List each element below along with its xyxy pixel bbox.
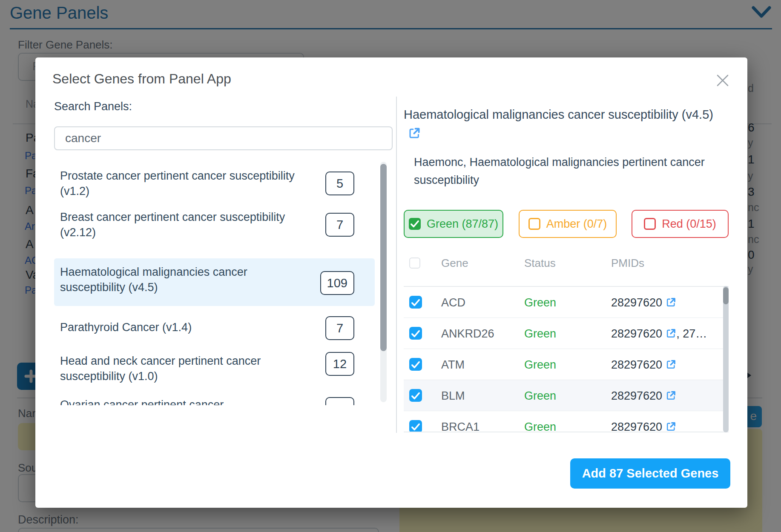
gene-table-scrollbar-thumb[interactable]: [723, 287, 729, 304]
panel-list-item[interactable]: Breast cancer pertinent cancer susceptib…: [54, 209, 375, 240]
gene-table-row[interactable]: BLM Green 28297620: [404, 380, 729, 411]
gene-name: ATM: [441, 358, 465, 372]
row-checkbox-checked[interactable]: [409, 296, 422, 309]
gene-count-badge: 7: [325, 316, 354, 340]
gene-table: ACD Green 28297620 ANKRD26 Green 2829762…: [404, 286, 729, 432]
pmid-extra: , 27…: [676, 327, 707, 340]
panel-name: Parathyroid Cancer (v1.4): [60, 320, 316, 335]
external-link-icon[interactable]: [666, 328, 676, 342]
pmid-value: 28297620: [611, 420, 662, 432]
row-checkbox-checked[interactable]: [409, 327, 422, 340]
column-header-gene: Gene: [441, 257, 468, 270]
panel-list-item[interactable]: Head and neck cancer pertinent cancer su…: [54, 347, 375, 384]
checkbox-empty-icon: [644, 218, 656, 230]
panel-list: Prostate cancer pertinent cancer suscept…: [54, 160, 387, 405]
gene-count-badge: 12: [325, 352, 354, 376]
pmid-value: 28297620: [611, 358, 662, 371]
filter-green-label: Green (87/87): [427, 217, 498, 231]
panel-list-scrollbar-thumb[interactable]: [380, 164, 387, 351]
column-header-pmids: PMIDs: [611, 257, 644, 270]
external-link-icon[interactable]: [666, 297, 676, 311]
gene-status: Green: [524, 358, 556, 372]
row-checkbox-checked[interactable]: [409, 358, 422, 371]
panel-list-item[interactable]: Prostate cancer pertinent cancer suscept…: [54, 168, 375, 199]
checkbox-empty-icon: [528, 218, 540, 230]
panel-name: Ovarian cancer pertinent cancer: [60, 397, 316, 405]
external-link-icon[interactable]: [666, 359, 676, 373]
pmid-value: 28297620: [611, 389, 662, 402]
gene-count-badge: [325, 397, 354, 405]
filter-red-label: Red (0/15): [662, 217, 716, 231]
gene-count-badge: 109: [320, 271, 354, 295]
pmid-value: 28297620: [611, 327, 662, 340]
row-checkbox-checked[interactable]: [409, 389, 422, 402]
panel-list-item[interactable]: Ovarian cancer pertinent cancer: [54, 394, 375, 405]
gene-status: Green: [524, 296, 556, 309]
panel-name: Haematological malignancies cancer susce…: [60, 264, 316, 295]
gene-table-row[interactable]: ATM Green 28297620: [404, 349, 729, 380]
add-selected-genes-button[interactable]: Add 87 Selected Genes: [570, 458, 730, 489]
modal-title: Select Genes from Panel App: [52, 71, 231, 87]
panel-detail-title: Haematological malignancies cancer susce…: [404, 105, 719, 145]
panel-list-item-selected[interactable]: Haematological malignancies cancer susce…: [54, 258, 375, 306]
filter-amber-label: Amber (0/7): [546, 217, 607, 231]
panel-list-item[interactable]: Parathyroid Cancer (v1.4) 7: [54, 313, 375, 335]
gene-name: ACD: [441, 296, 465, 309]
gene-status: Green: [524, 420, 556, 432]
gene-count-badge: 5: [325, 172, 354, 195]
external-link-icon[interactable]: [666, 421, 676, 432]
row-checkbox-checked[interactable]: [409, 420, 422, 432]
page: Gene Panels Filter Gene Panels: F Na Pa …: [0, 0, 781, 532]
gene-table-row[interactable]: ACD Green 28297620: [404, 287, 729, 318]
search-panels-label: Search Panels:: [54, 100, 132, 113]
gene-table-scrollbar-track[interactable]: [723, 286, 729, 432]
gene-table-row[interactable]: BRCA1 Green 28297620: [404, 411, 729, 432]
panel-name: Prostate cancer pertinent cancer suscept…: [60, 168, 316, 199]
gene-count-badge: 7: [325, 213, 354, 237]
panel-name: Head and neck cancer pertinent cancer su…: [60, 353, 316, 384]
gene-name: ANKRD26: [441, 327, 494, 340]
filter-green-button[interactable]: Green (87/87): [404, 210, 503, 238]
panel-detail-pane: Haematological malignancies cancer susce…: [404, 57, 730, 508]
filter-amber-button[interactable]: Amber (0/7): [519, 210, 617, 238]
column-header-status: Status: [524, 257, 556, 270]
gene-status: Green: [524, 389, 556, 403]
panel-detail-subtitle: Haemonc, Haematological malignancies per…: [414, 153, 712, 189]
pane-divider: [396, 97, 397, 433]
select-all-checkbox[interactable]: [409, 257, 420, 269]
gene-table-row[interactable]: ANKRD26 Green 28297620, 27…: [404, 318, 729, 349]
external-link-icon[interactable]: [408, 126, 421, 145]
pmid-value: 28297620: [611, 296, 662, 309]
gene-name: BRCA1: [441, 420, 480, 432]
filter-red-button[interactable]: Red (0/15): [632, 210, 729, 238]
external-link-icon[interactable]: [666, 390, 676, 404]
select-genes-modal: Select Genes from Panel App Search Panel…: [35, 57, 747, 508]
search-panels-input[interactable]: [54, 126, 393, 150]
gene-status: Green: [524, 327, 556, 340]
panel-name: Breast cancer pertinent cancer susceptib…: [60, 209, 316, 240]
panel-detail-title-text: Haematological malignancies cancer susce…: [404, 108, 713, 121]
gene-name: BLM: [441, 389, 465, 403]
checkbox-checked-icon: [409, 218, 421, 230]
